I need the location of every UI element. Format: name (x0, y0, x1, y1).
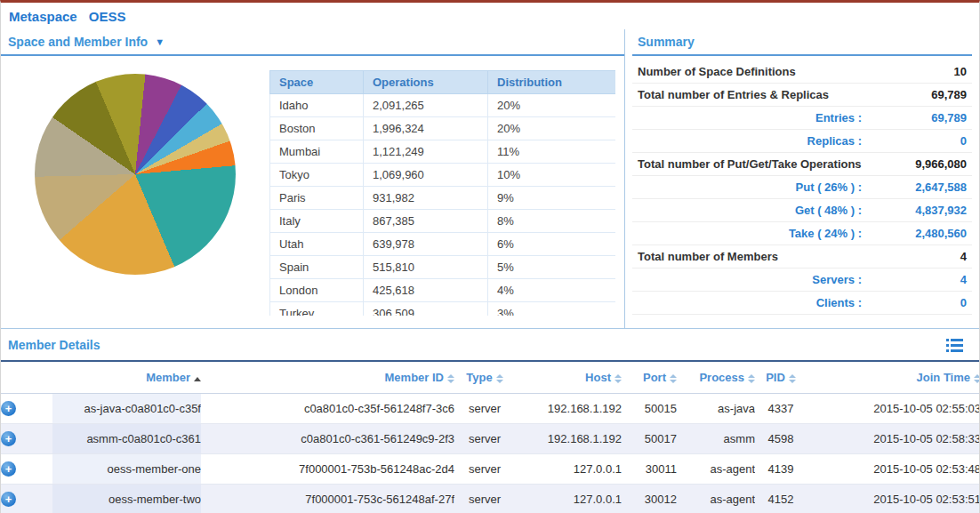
space-table-row[interactable]: Turkey 306,509 3% (270, 302, 616, 317)
space-table-row[interactable]: Mumbai 1,121,249 11% (270, 140, 616, 164)
process-cell: as-agent (677, 485, 755, 513)
member-id-cell: c0a801c0-c361-561249c9-2f3 (201, 424, 454, 454)
expand-cell: + (1, 394, 52, 424)
sort-icon (447, 374, 454, 383)
member-row[interactable]: + oess-member-one 7f000001-753b-561248ac… (1, 454, 979, 485)
member-row[interactable]: + as-java-c0a801c0-c35f c0a801c0-c35f-56… (1, 394, 979, 424)
space-column-header: Space (270, 71, 364, 94)
summary-label: Total number of Entries & Replicas (638, 88, 829, 101)
member-details-header: Member Details (1, 329, 979, 360)
summary-value: 69,789 (862, 111, 967, 124)
port-column-header[interactable]: Port (622, 361, 677, 394)
space-table-row[interactable]: Italy 867,385 8% (270, 210, 616, 233)
operations-cell: 1,069,960 (364, 164, 488, 187)
space-table-row[interactable]: Paris 931,982 9% (270, 187, 616, 210)
process-column-header[interactable]: Process (677, 361, 755, 394)
summary-label: Put ( 26% ) : (796, 180, 862, 194)
space-table-row[interactable]: London 425,618 4% (270, 279, 616, 302)
join-time-cell: 2015-10-05 02:53:51 (807, 485, 979, 513)
list-view-icon[interactable] (946, 339, 963, 352)
process-cell: asmm (677, 424, 755, 454)
member-column-header[interactable]: Member (52, 361, 201, 394)
summary-label: Get ( 48% ) : (795, 204, 862, 217)
operations-column-header: Operations (364, 71, 488, 94)
operations-cell: 306,509 (364, 302, 488, 317)
host-column-header[interactable]: Host (515, 361, 622, 394)
pid-column-header[interactable]: PID (755, 361, 807, 394)
operations-cell: 639,978 (364, 233, 488, 256)
space-table-row[interactable]: Utah 639,978 6% (270, 233, 616, 256)
member-id-cell: 7f000001-753b-561248ac-2d4 (201, 454, 454, 485)
host-column-label: Host (585, 371, 611, 384)
port-cell: 30011 (622, 454, 677, 485)
process-column-label: Process (699, 371, 744, 384)
space-table-row[interactable]: Boston 1,996,324 20% (270, 117, 616, 140)
type-cell: server (454, 485, 515, 513)
type-cell: server (454, 424, 515, 454)
sort-icon (615, 374, 622, 383)
chevron-down-icon[interactable]: ▼ (155, 36, 165, 47)
member-name-cell: as-java-c0a801c0-c35f (52, 394, 201, 424)
join-time-cell: 2015-10-05 02:58:33 (807, 424, 979, 454)
expand-row-button[interactable]: + (1, 431, 16, 446)
expand-cell: + (1, 454, 52, 485)
space-table-row[interactable]: Idaho 2,091,265 20% (270, 94, 616, 117)
operations-cell: 1,121,249 (364, 140, 488, 164)
summary-label: Take ( 24% ) : (789, 227, 862, 240)
expand-row-button[interactable]: + (1, 492, 16, 507)
space-table-row[interactable]: Tokyo 1,069,960 10% (270, 164, 616, 187)
space-name-cell: Mumbai (270, 140, 364, 164)
member-row[interactable]: + oess-member-two 7f000001-753c-561248af… (1, 485, 979, 513)
member-table-header-row: Member Member ID Type Host Port (1, 361, 979, 394)
member-details-title: Member Details (8, 338, 100, 352)
pid-column-label: PID (766, 371, 785, 384)
summary-row: Total number of Entries & Replicas 69,78… (632, 84, 972, 107)
member-id-column-header[interactable]: Member ID (201, 361, 454, 394)
summary-row: Servers : 4 (632, 269, 972, 292)
list-icon-bar (946, 344, 963, 347)
space-name-cell: Utah (270, 233, 364, 256)
space-member-info-content: Space Operations Distribution Idaho 2,09… (1, 56, 624, 328)
space-table-row[interactable]: Spain 515,810 5% (270, 256, 616, 279)
space-name-cell: London (270, 279, 364, 302)
expand-row-button[interactable]: + (1, 401, 16, 416)
member-table: Member Member ID Type Host Port (1, 360, 979, 513)
distribution-cell: 4% (488, 279, 616, 302)
summary-row: Entries : 69,789 (632, 107, 972, 130)
sort-icon (974, 374, 979, 383)
port-cell: 50015 (622, 394, 677, 424)
space-distribution-pie (35, 74, 236, 275)
sort-icon (748, 374, 755, 383)
space-name-cell: Paris (270, 187, 364, 210)
summary-value: 2,480,560 (862, 227, 967, 240)
operations-cell: 2,091,265 (364, 94, 488, 117)
summary-value: 0 (862, 296, 967, 309)
space-table: Space Operations Distribution Idaho 2,09… (269, 70, 615, 316)
distribution-cell: 8% (488, 210, 616, 233)
expand-row-button[interactable]: + (1, 461, 16, 477)
type-column-header[interactable]: Type (454, 361, 515, 394)
space-name-cell: Italy (270, 210, 364, 233)
join-time-column-header[interactable]: Join Time (807, 361, 979, 394)
summary-value: 4,837,932 (862, 204, 967, 217)
summary-label: Replicas : (807, 134, 862, 148)
type-cell: server (454, 454, 515, 485)
app-title: Metaspace (9, 9, 77, 24)
member-column-label: Member (146, 371, 190, 384)
process-cell: as-agent (677, 454, 755, 485)
pid-cell: 4337 (755, 394, 807, 424)
space-name-cell: Idaho (270, 94, 364, 117)
member-name-cell: oess-member-two (52, 485, 201, 513)
space-name-cell: Turkey (270, 302, 364, 317)
distribution-cell: 10% (488, 164, 616, 187)
expand-column-header (1, 361, 52, 394)
space-table-header-row: Space Operations Distribution (270, 71, 616, 94)
summary-label: Number of Space Definitions (638, 65, 796, 78)
port-column-label: Port (643, 371, 666, 384)
space-name-cell: Boston (270, 117, 364, 140)
summary-row: Clients : 0 (632, 292, 972, 315)
distribution-cell: 9% (488, 187, 616, 210)
operations-cell: 515,810 (364, 256, 488, 279)
member-row[interactable]: + asmm-c0a801c0-c361 c0a801c0-c361-56124… (1, 424, 979, 454)
main-area: Space and Member Info ▼ Space Operations (1, 29, 979, 328)
